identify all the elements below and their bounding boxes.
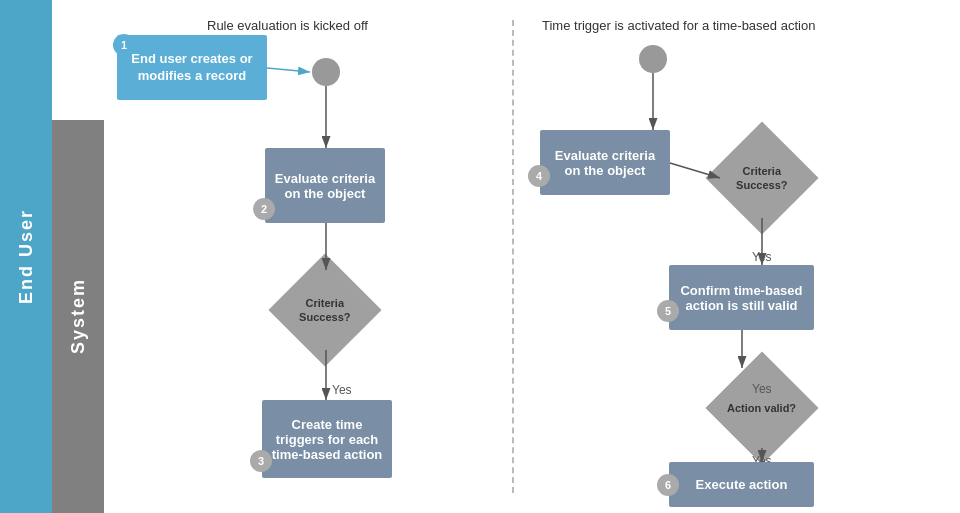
step2-label: Evaluate criteria on the object	[271, 171, 379, 201]
diamond3-label: Action valid?	[727, 401, 796, 415]
end-user-label: End User	[16, 209, 37, 304]
step2-container: Evaluate criteria on the object 2	[265, 148, 385, 223]
diamond1: Criteria Success?	[268, 253, 381, 366]
step4-label: Evaluate criteria on the object	[546, 148, 664, 178]
step4-badge: 4	[528, 165, 550, 187]
step6-badge: 6	[657, 474, 679, 496]
step5-label: Confirm time-based action is still valid	[675, 283, 808, 313]
step1-box: End user creates or modifies a record	[117, 35, 267, 100]
circle-right-top	[639, 45, 667, 73]
yes1-label: Yes	[332, 383, 352, 397]
step6-box: Execute action	[669, 462, 814, 507]
step2-box: Evaluate criteria on the object	[265, 148, 385, 223]
diamond2-label: Criteria Success?	[722, 164, 802, 193]
step4-box: Evaluate criteria on the object	[540, 130, 670, 195]
step3-label: Create time triggers for each time-based…	[268, 417, 386, 462]
yes2-label: Yes	[752, 250, 772, 264]
yes3-label-right: Yes	[752, 382, 772, 396]
step3-badge: 3	[250, 450, 272, 472]
step4-container: Evaluate criteria on the object 4	[540, 130, 670, 195]
diagram-container: End User System Rule evaluation is kicke…	[0, 0, 960, 513]
step1-label: End user creates or modifies a record	[122, 51, 262, 85]
step1-badge: 1	[113, 34, 135, 56]
dashed-divider	[512, 20, 514, 493]
step5-container: Confirm time-based action is still valid…	[669, 265, 814, 330]
step6-label: Execute action	[696, 477, 788, 492]
sidebar-end-user: End User	[0, 0, 52, 513]
diamond1-label: Criteria Success?	[285, 296, 365, 325]
step3-box: Create time triggers for each time-based…	[262, 400, 392, 478]
diamond2: Criteria Success?	[705, 121, 818, 234]
step5-badge: 5	[657, 300, 679, 322]
step5-box: Confirm time-based action is still valid	[669, 265, 814, 330]
svg-line-2	[267, 68, 310, 72]
diamond3: Action valid?	[705, 351, 818, 464]
main-content: Rule evaluation is kicked off Time trigg…	[52, 0, 960, 513]
step3-container: Create time triggers for each time-based…	[262, 400, 392, 478]
circle-left-top	[312, 58, 340, 86]
right-header: Time trigger is activated for a time-bas…	[542, 18, 815, 33]
step6-container: Execute action 6	[669, 462, 814, 507]
left-header: Rule evaluation is kicked off	[207, 18, 368, 33]
step2-badge: 2	[253, 198, 275, 220]
